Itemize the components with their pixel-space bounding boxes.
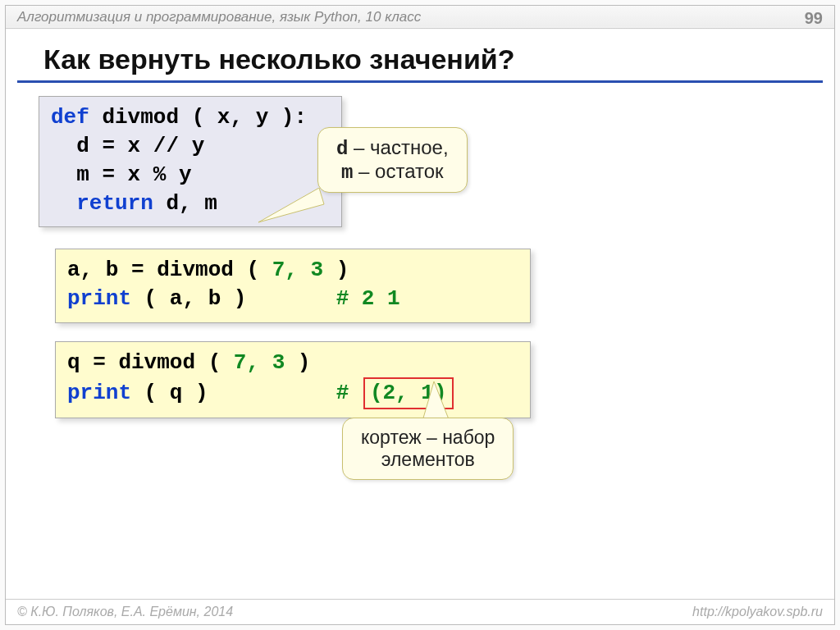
footer: © К.Ю. Поляков, Е.А. Ерёмин, 2014 http:/… [6,599,834,624]
header-subject: Алгоритмизация и программирование, язык … [17,9,421,28]
code-block-tuple-unpack: a, b = divmod ( 7, 3 ) print ( a, b ) # … [55,249,531,322]
slide: Алгоритмизация и программирование, язык … [5,5,835,625]
code-block-tuple-result: q = divmod ( 7, 3 ) print ( q ) # (2, 1) [55,341,531,418]
keyword-return: return [76,191,153,216]
callout-tuple: кортеж – набор элементов [342,418,514,480]
header-bar: Алгоритмизация и программирование, язык … [6,6,834,29]
svg-marker-0 [258,188,324,222]
callout-tail-1 [252,188,326,229]
slide-title: Как вернуть несколько значений? [17,29,823,83]
footer-url: http://kpolyakov.spb.ru [692,605,823,619]
footer-copyright: © К.Ю. Поляков, Е.А. Ерёмин, 2014 [17,605,233,619]
page-number: 99 [805,9,823,28]
svg-marker-1 [422,381,449,421]
content-area: def divmod ( x, y ): d = x // y m = x % … [6,96,834,418]
keyword-print: print [67,286,131,311]
keyword-def: def [51,105,89,130]
keyword-print: print [67,381,131,405]
callout-quotient-remainder: d – частное, m – остаток [317,127,468,193]
